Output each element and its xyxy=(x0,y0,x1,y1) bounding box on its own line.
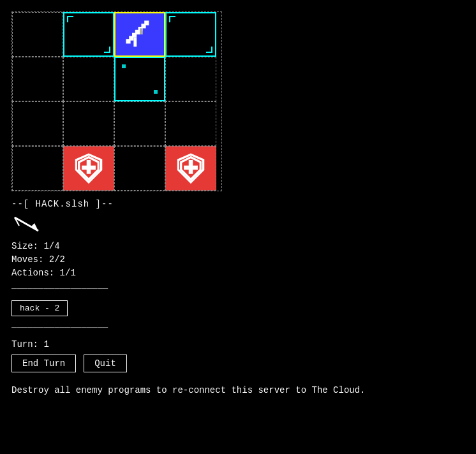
game-area xyxy=(0,0,476,191)
info-panel: --[ HACK.slsh ]-- Size: 1/4 Moves: 2/2 A… xyxy=(0,191,476,372)
cell-3-2 xyxy=(114,146,165,191)
objective-text: Destroy all enemy programs to re-connect… xyxy=(0,385,476,395)
cell-0-3 xyxy=(165,12,216,57)
quit-button[interactable]: Quit xyxy=(84,355,127,372)
hack-action-button[interactable]: hack - 2 xyxy=(11,300,68,316)
hack-icon-svg xyxy=(11,214,43,233)
cell-2-2 xyxy=(114,101,165,146)
cell-0-0 xyxy=(12,12,63,57)
hack-icon xyxy=(11,214,465,236)
cell-2-3 xyxy=(165,101,216,146)
size-stat: Size: 1/4 xyxy=(11,240,465,253)
cell-corner-decoration xyxy=(64,13,113,55)
cell-3-0 xyxy=(12,146,63,191)
svg-rect-6 xyxy=(126,39,130,43)
cell-1-2 xyxy=(114,57,165,101)
svg-rect-7 xyxy=(133,38,137,47)
cell-1-1 xyxy=(63,57,114,101)
cell-2-1 xyxy=(63,101,114,146)
small-dot-br xyxy=(154,90,158,94)
end-turn-button[interactable]: End Turn xyxy=(11,355,76,372)
cell-1-0 xyxy=(12,57,63,101)
cell-3-3 xyxy=(165,146,216,191)
actions-stat: Actions: 1/1 xyxy=(11,267,465,280)
svg-rect-12 xyxy=(82,166,96,170)
cell-3-1 xyxy=(63,146,114,191)
cell-corner-decoration xyxy=(167,13,215,55)
cell-1-3 xyxy=(165,57,216,101)
cell-0-2 xyxy=(114,12,165,57)
divider-2: ────────────────── xyxy=(11,323,465,333)
shield-sprite-2 xyxy=(175,153,206,184)
cell-2-0 xyxy=(12,101,63,146)
divider-1: ────────────────── xyxy=(11,284,465,294)
cell-0-1 xyxy=(63,12,114,57)
svg-rect-8 xyxy=(140,28,143,34)
moves-stat: Moves: 2/2 xyxy=(11,253,465,267)
turn-counter: Turn: 1 xyxy=(11,339,465,349)
svg-rect-16 xyxy=(184,166,198,170)
game-grid xyxy=(11,11,222,191)
bottom-buttons-group: End Turn Quit xyxy=(11,355,465,372)
shield-sprite-1 xyxy=(73,153,104,184)
hack-title: --[ HACK.slsh ]-- xyxy=(11,199,465,209)
small-dot-tl xyxy=(122,64,126,68)
sword-sprite xyxy=(124,19,155,50)
